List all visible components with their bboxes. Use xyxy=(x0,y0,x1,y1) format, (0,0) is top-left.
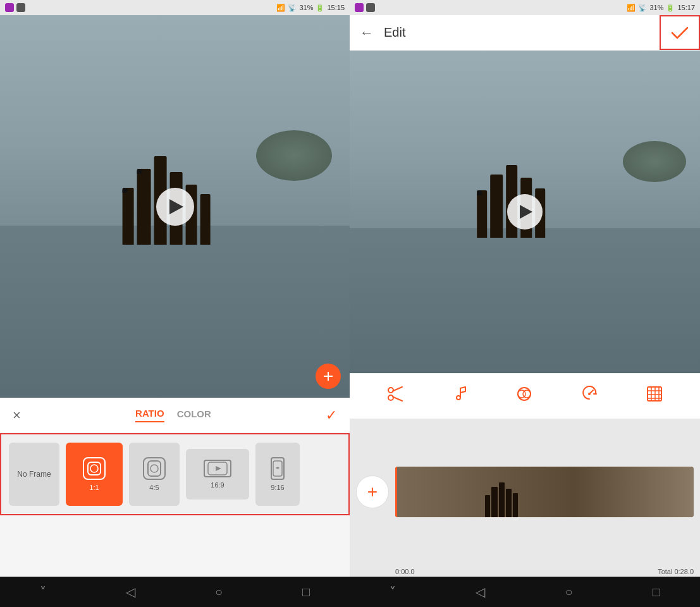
ratio-no-frame[interactable]: No Frame xyxy=(9,443,59,506)
time-right: 15:17 xyxy=(677,4,695,11)
app-icon-r2 xyxy=(366,3,375,12)
nav-recent-left[interactable]: □ xyxy=(302,585,310,599)
trees-left xyxy=(256,130,332,181)
video-preview-left xyxy=(0,15,350,398)
close-button[interactable]: × xyxy=(13,407,21,424)
confirm-button-right[interactable] xyxy=(660,15,700,50)
ratio-16-9-label: 16:9 xyxy=(211,481,224,489)
status-right-info: 📶 📡 31% 🔋 15:17 xyxy=(627,4,695,12)
svg-rect-2 xyxy=(88,462,101,475)
svg-point-13 xyxy=(457,396,460,400)
svg-point-3 xyxy=(90,465,98,472)
wifi-icon: 📡 xyxy=(288,4,297,12)
expand-button[interactable] xyxy=(316,364,341,389)
svg-point-10 xyxy=(388,388,393,393)
nav-bar-right: ˅ ◁ ○ □ xyxy=(350,577,700,607)
video-background-left xyxy=(0,15,350,398)
back-button[interactable]: ← xyxy=(360,25,374,41)
battery-icon-r: 🔋 xyxy=(666,4,675,12)
svg-point-9 xyxy=(388,395,393,400)
speed-tool[interactable] xyxy=(580,385,598,407)
svg-point-5 xyxy=(150,465,158,472)
overlay-tool[interactable] xyxy=(646,385,663,407)
status-bar-left: 📶 📡 31% 🔋 15:15 xyxy=(0,0,350,15)
nav-back-left[interactable]: ◁ xyxy=(126,584,135,599)
nav-home-right[interactable]: ○ xyxy=(565,585,573,599)
nav-down-right[interactable]: ˅ xyxy=(390,584,396,599)
water-right xyxy=(350,228,700,374)
edit-title: Edit xyxy=(384,25,405,40)
pillar-6 xyxy=(200,194,210,245)
timeline-start: 0:00.0 xyxy=(395,568,415,575)
cut-tool[interactable] xyxy=(386,385,404,407)
timeline-labels: 0:00.0 Total 0:28.0 xyxy=(350,565,700,577)
svg-point-16 xyxy=(523,390,531,398)
nav-down-left[interactable]: ˅ xyxy=(40,584,46,599)
battery-percent-left: 31% xyxy=(299,4,313,11)
svg-point-18 xyxy=(588,393,591,395)
status-bar-right: 📶 📡 31% 🔋 15:17 xyxy=(350,0,700,15)
ratio-4-5-icon xyxy=(143,457,166,480)
ratio-4-5-label: 4:5 xyxy=(149,484,159,491)
svg-rect-4 xyxy=(148,461,161,476)
water-left xyxy=(0,226,350,398)
timeline-area: + xyxy=(350,419,700,565)
time-left: 15:15 xyxy=(327,4,345,11)
app-icon-2 xyxy=(16,3,25,12)
right-panel: 📶 📡 31% 🔋 15:17 ← Edit xyxy=(350,0,700,607)
music-tool[interactable] xyxy=(451,385,468,407)
timeline-total: Total 0:28.0 xyxy=(658,568,694,575)
edit-header: ← Edit xyxy=(350,15,700,51)
confirm-button-left[interactable]: ✓ xyxy=(326,407,337,424)
nav-recent-right[interactable]: □ xyxy=(653,585,660,599)
nav-bar-left: ˅ ◁ ○ □ xyxy=(0,577,350,607)
ratio-9-16[interactable]: 9:16 xyxy=(255,443,300,506)
svg-marker-7 xyxy=(216,466,221,471)
ratio-selector: No Frame 1:1 4:5 xyxy=(0,433,350,515)
pillar-r1 xyxy=(477,190,487,238)
toolbar-tabs: RATIO COLOR xyxy=(135,408,211,422)
play-button-left[interactable] xyxy=(156,188,194,226)
ratio-1-1-icon xyxy=(83,457,106,480)
bird-1 xyxy=(122,188,127,193)
battery-icon: 🔋 xyxy=(316,4,324,12)
timeline-pillars xyxy=(485,482,518,517)
app-icon-r1 xyxy=(355,3,364,12)
ratio-1-1-label: 1:1 xyxy=(89,484,99,491)
status-bar-right-info: 📶 📡 31% 🔋 15:15 xyxy=(276,4,345,12)
bird-r1 xyxy=(477,190,482,195)
tab-color[interactable]: COLOR xyxy=(177,408,211,422)
timeline-container: + 0:00.0 Total 0:28.0 xyxy=(350,419,700,577)
pillar-2 xyxy=(137,169,150,245)
video-background-right xyxy=(350,51,700,373)
battery-right: 31% xyxy=(649,4,663,11)
left-panel: 📶 📡 31% 🔋 15:15 xyxy=(0,0,350,607)
pillar-1 xyxy=(122,188,133,245)
bird-2 xyxy=(137,169,142,174)
svg-line-12 xyxy=(393,397,402,402)
svg-point-14 xyxy=(518,388,531,400)
ratio-16-9-icon xyxy=(204,460,231,477)
pillar-r2 xyxy=(490,175,503,238)
status-bar-left-icons xyxy=(5,3,25,12)
signal-icon-r: 📶 xyxy=(627,4,636,12)
nav-home-left[interactable]: ○ xyxy=(215,585,223,599)
no-frame-label: No Frame xyxy=(17,470,51,479)
add-clip-button[interactable]: + xyxy=(356,475,389,508)
ratio-1-1[interactable]: 1:1 xyxy=(66,443,123,506)
ratio-16-9[interactable]: 16:9 xyxy=(186,449,249,500)
filter-tool[interactable] xyxy=(515,385,533,407)
timeline-track[interactable] xyxy=(395,467,694,517)
signal-icon: 📶 xyxy=(276,4,285,12)
timeline-cursor xyxy=(395,467,397,517)
ratio-4-5[interactable]: 4:5 xyxy=(129,443,180,506)
wifi-icon-r: 📡 xyxy=(638,4,647,12)
video-preview-right xyxy=(350,51,700,373)
timeline-thumbnail xyxy=(395,467,694,517)
nav-back-right[interactable]: ◁ xyxy=(476,584,485,599)
play-button-right[interactable] xyxy=(507,194,543,230)
edit-tools xyxy=(350,373,700,419)
trees-right xyxy=(623,141,686,182)
tab-ratio[interactable]: RATIO xyxy=(135,408,164,422)
svg-line-11 xyxy=(393,387,402,391)
